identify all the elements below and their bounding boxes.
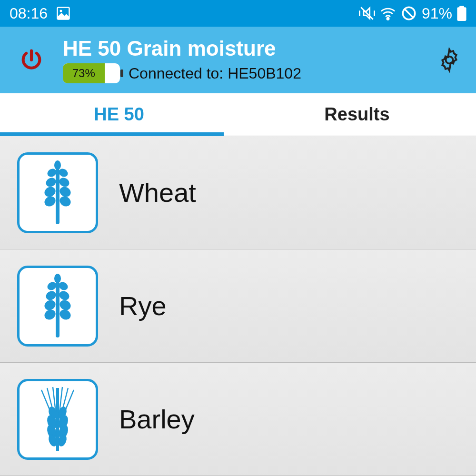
mute-vibrate-icon: [359, 5, 375, 21]
android-status-bar: 08:16 91%: [0, 0, 476, 27]
wifi-icon: [380, 5, 396, 21]
grain-name: Rye: [119, 290, 167, 321]
connected-label: Connected to: HE50B102: [129, 65, 301, 82]
status-time: 08:16: [10, 5, 48, 22]
tab-results[interactable]: Results: [238, 93, 476, 136]
svg-point-2: [387, 18, 389, 20]
barley-icon: [17, 379, 98, 460]
svg-point-21: [44, 289, 58, 302]
list-item[interactable]: Barley: [0, 363, 476, 476]
svg-point-8: [54, 160, 61, 170]
tab-he50[interactable]: HE 50: [0, 93, 238, 136]
svg-point-11: [44, 176, 58, 188]
list-item[interactable]: Wheat: [0, 136, 476, 249]
wheat-icon: [17, 152, 98, 233]
svg-point-26: [58, 307, 73, 321]
wheat-icon: [17, 266, 98, 347]
svg-point-18: [54, 274, 61, 283]
svg-line-4: [404, 9, 414, 18]
svg-point-16: [58, 194, 73, 208]
tab-label: HE 50: [94, 104, 144, 125]
app-title: HE 50 Grain moisture: [63, 37, 436, 60]
svg-rect-27: [56, 282, 60, 337]
svg-point-25: [43, 307, 58, 321]
tab-label: Results: [324, 104, 389, 125]
gear-icon[interactable]: [436, 47, 463, 73]
power-icon[interactable]: [19, 48, 63, 72]
tab-bar: HE 50 Results: [0, 93, 476, 136]
svg-rect-5: [457, 7, 466, 21]
device-battery-percent: 73%: [72, 67, 95, 80]
grain-list: Wheat Rye: [0, 136, 476, 476]
battery-icon: [457, 6, 466, 21]
svg-point-12: [58, 176, 71, 188]
device-battery-indicator: 73%: [63, 63, 120, 83]
app-bar: HE 50 Grain moisture 73% Connected to: H…: [0, 27, 476, 93]
no-circle-icon: [401, 5, 417, 21]
svg-point-1: [60, 10, 62, 12]
svg-point-15: [43, 194, 58, 208]
svg-point-22: [58, 289, 71, 302]
picture-icon: [56, 6, 70, 20]
status-battery-percent: 91%: [422, 5, 452, 22]
grain-name: Wheat: [119, 177, 196, 208]
svg-rect-6: [459, 6, 464, 8]
grain-name: Barley: [119, 404, 195, 435]
svg-rect-17: [56, 169, 60, 224]
list-item[interactable]: Rye: [0, 249, 476, 363]
